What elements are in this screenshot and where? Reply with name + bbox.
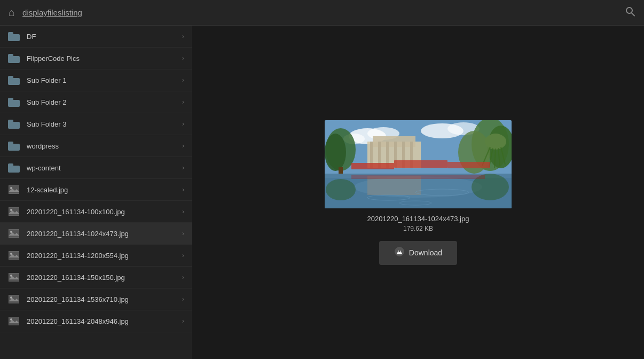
sidebar-item-label: DF — [27, 33, 182, 41]
sidebar-item-img-100x100[interactable]: 20201220_161134-100x100.jpg› — [0, 201, 192, 223]
sidebar-item-label: 20201220_161134-1200x554.jpg — [27, 252, 182, 260]
sidebar-item-arrow: › — [182, 76, 184, 84]
sidebar-item-img-150x150[interactable]: 20201220_161134-150x150.jpg› — [0, 267, 192, 288]
sidebar-item-arrow: › — [182, 186, 184, 193]
preview-panel: 20201220_161134-1024x473.jpg 179.62 KB D… — [325, 120, 512, 265]
image-icon — [9, 207, 19, 216]
sidebar-item-arrow: › — [182, 54, 184, 62]
folder-icon — [8, 142, 20, 151]
sidebar-item-arrow: › — [182, 33, 184, 40]
svg-rect-20 — [9, 317, 19, 325]
svg-point-38 — [325, 134, 346, 171]
folder-icon — [8, 76, 20, 85]
sidebar-item-arrow: › — [182, 120, 184, 128]
sidebar-item-arrow: › — [182, 317, 184, 325]
preview-filesize: 179.62 KB — [403, 225, 433, 232]
sidebar-item-label: wordpress — [27, 142, 182, 150]
sidebar-item-label: 20201220_161134-2048x946.jpg — [27, 317, 182, 325]
sidebar-item-arrow: › — [182, 142, 184, 150]
sidebar-item-label: FlipperCode Pics — [27, 54, 182, 63]
sidebar-item-img-2048x946[interactable]: 20201220_161134-2048x946.jpg› — [0, 310, 192, 332]
sidebar-item-label: Sub Folder 3 — [27, 120, 182, 128]
sidebar-item-label: Sub Folder 2 — [27, 98, 182, 106]
image-icon — [9, 273, 19, 282]
download-label: Download — [409, 248, 442, 257]
download-icon — [394, 246, 405, 260]
sidebar-item-img-1536x710[interactable]: 20201220_161134-1536x710.jpg› — [0, 288, 192, 310]
download-button[interactable]: Download — [379, 241, 457, 265]
search-icon[interactable] — [625, 6, 635, 19]
image-icon — [9, 295, 19, 303]
app-header: ⌂ displayfileslisting — [0, 0, 644, 26]
sidebar-item-sub-folder-1[interactable]: Sub Folder 1› — [0, 69, 192, 91]
sidebar-item-arrow: › — [182, 295, 184, 303]
sidebar-item-label: 20201220_161134-150x150.jpg — [27, 274, 182, 282]
sidebar-item-img-1024x473[interactable]: 20201220_161134-1024x473.jpg› — [0, 223, 192, 245]
svg-rect-2 — [9, 185, 19, 194]
sidebar-item-label: wp-content — [27, 164, 182, 172]
sidebar-item-flippercode-pics[interactable]: FlipperCode Pics› — [0, 48, 192, 69]
svg-rect-17 — [9, 295, 19, 303]
home-icon[interactable]: ⌂ — [9, 6, 15, 19]
svg-rect-49 — [351, 163, 394, 169]
svg-point-43 — [485, 134, 506, 150]
image-icon — [9, 251, 19, 260]
sidebar-item-sub-folder-3[interactable]: Sub Folder 3› — [0, 113, 192, 135]
svg-rect-51 — [447, 162, 490, 168]
folder-icon — [8, 163, 20, 173]
sidebar-item-label: 12-scaled.jpg — [27, 186, 182, 194]
file-sidebar: DF›FlipperCode Pics›Sub Folder 1›Sub Fol… — [0, 26, 192, 359]
svg-rect-64 — [398, 248, 400, 252]
svg-line-1 — [632, 13, 635, 16]
sidebar-item-arrow: › — [182, 164, 184, 171]
svg-point-9 — [10, 231, 12, 233]
sidebar-item-arrow: › — [182, 208, 184, 215]
sidebar-item-sub-folder-2[interactable]: Sub Folder 2› — [0, 91, 192, 113]
svg-point-55 — [326, 179, 356, 200]
sidebar-item-arrow: › — [182, 252, 184, 259]
sidebar-item-arrow: › — [182, 274, 184, 281]
svg-rect-8 — [9, 229, 19, 238]
svg-point-12 — [10, 253, 12, 255]
svg-point-6 — [10, 209, 12, 211]
svg-rect-58 — [351, 175, 485, 179]
svg-rect-5 — [9, 207, 19, 216]
sidebar-item-label: 20201220_161134-1024x473.jpg — [27, 230, 182, 238]
image-icon — [9, 317, 19, 325]
breadcrumb-title[interactable]: displayfileslisting — [22, 8, 82, 17]
sidebar-item-12-scaled[interactable]: 12-scaled.jpg› — [0, 179, 192, 201]
folder-icon — [8, 120, 20, 129]
image-icon — [9, 185, 19, 194]
svg-rect-65 — [397, 253, 402, 254]
sidebar-item-arrow: › — [182, 98, 184, 106]
folder-icon — [8, 98, 20, 107]
sidebar-item-label: 20201220_161134-100x100.jpg — [27, 208, 182, 216]
sidebar-item-label: Sub Folder 1 — [27, 76, 182, 84]
preview-filename: 20201220_161134-1024x473.jpg — [367, 215, 469, 223]
sidebar-item-df[interactable]: DF› — [0, 26, 192, 48]
svg-rect-50 — [394, 160, 447, 168]
sidebar-item-wordpress[interactable]: wordpress› — [0, 135, 192, 157]
svg-rect-57 — [367, 176, 421, 195]
sidebar-item-label: 20201220_161134-1536x710.jpg — [27, 295, 182, 303]
svg-point-15 — [10, 275, 12, 277]
svg-point-3 — [10, 187, 12, 189]
svg-point-18 — [10, 296, 12, 299]
svg-point-21 — [10, 318, 12, 321]
preview-area: 20201220_161134-1024x473.jpg 179.62 KB D… — [192, 26, 644, 359]
sidebar-item-arrow: › — [182, 230, 184, 237]
folder-icon — [8, 54, 20, 63]
main-layout: DF›FlipperCode Pics›Sub Folder 1›Sub Fol… — [0, 26, 644, 359]
svg-rect-11 — [9, 251, 19, 260]
sidebar-item-img-1200x554[interactable]: 20201220_161134-1200x554.jpg› — [0, 245, 192, 267]
preview-image — [325, 120, 512, 208]
sidebar-item-wp-content[interactable]: wp-content› — [0, 157, 192, 179]
folder-icon — [8, 32, 20, 41]
svg-rect-14 — [9, 273, 19, 282]
image-icon — [9, 229, 19, 238]
